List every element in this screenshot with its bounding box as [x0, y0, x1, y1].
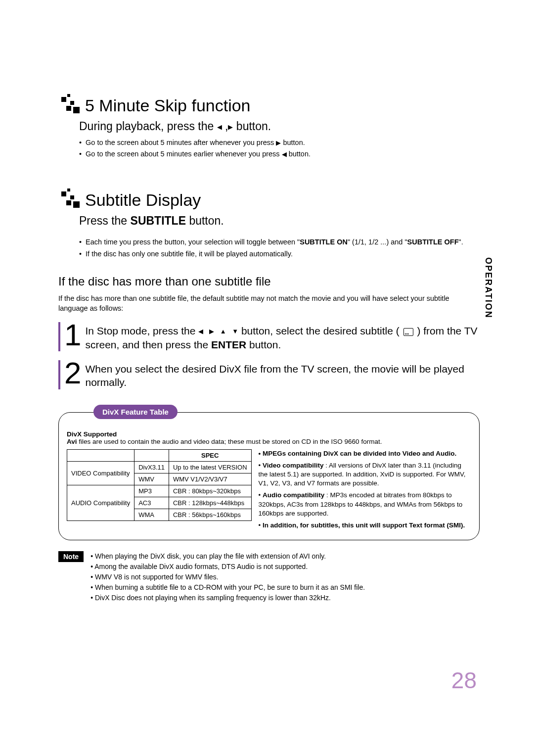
subtitle-bullet-2: If the disc has only one subtitle file, …	[79, 248, 480, 260]
note-item: When burning a subtitle file to a CD-ROM…	[90, 582, 365, 593]
section-icon	[58, 94, 81, 117]
subtitle-file-icon	[403, 328, 413, 336]
note-item: When playing the DivX disk, you can play…	[90, 551, 365, 562]
left-arrow-icon: ◀	[282, 149, 287, 160]
feature-tab-label: DivX Feature Table	[93, 405, 178, 419]
note-item: Among the available DivX audio formats, …	[90, 562, 365, 572]
right-arrow-icon: ▶	[276, 138, 281, 148]
skip-instruction: During playback, press the ◀ ,▶ button.	[79, 120, 480, 133]
left-arrow-icon: ◀	[217, 123, 222, 131]
section-icon	[58, 189, 81, 211]
spec-right-heading: MPEGs containing DivX can be divided int…	[259, 449, 471, 458]
subsection-heading: If the disc has more than one subtitle f…	[58, 275, 480, 288]
spec-right-item: Video compatibility : All versions of Di…	[259, 461, 471, 488]
page-number: 28	[451, 667, 477, 694]
subtitle-instruction: Press the SUBTITLE button.	[79, 214, 480, 228]
step-1: 1 In Stop mode, press the ◀ ▶ ▲ ▼ button…	[58, 322, 480, 351]
note-item: WMV V8 is not supported for WMV files.	[90, 572, 365, 582]
spec-right-item: Audio compatibility : MP3s encoded at bi…	[259, 491, 471, 518]
table-row: AUDIO CompatibilityMP3CBR : 80kbps~320kb…	[67, 485, 252, 497]
note-label: Note	[58, 551, 84, 562]
step-2: 2 When you select the desired DivX file …	[58, 360, 480, 389]
skip-bullet-2: Go to the screen about 5 minutes earlier…	[79, 148, 480, 160]
subsection-intro: If the disc has more than one subtitle f…	[58, 293, 480, 314]
spec-table: SPEC VIDEO CompatibilityDivX3.11Up to th…	[67, 449, 252, 521]
table-row: VIDEO CompatibilityDivX3.11Up to the lat…	[67, 461, 252, 473]
spec-right-item: In addition, for subtitles, this unit wi…	[259, 521, 471, 530]
divx-feature-table: DivX Feature Table DivX Supported Avi fi…	[58, 412, 480, 541]
subtitle-bullet-1: Each time you press the button, your sel…	[79, 236, 480, 248]
side-tab-operation: OPERATION	[483, 257, 493, 319]
step-number: 1	[64, 322, 81, 348]
skip-bullet-1: Go to the screen about 5 minutes after w…	[79, 137, 480, 148]
section-title-subtitle: Subtitle Display	[85, 190, 201, 210]
note-item: DivX Disc does not playing when its samp…	[90, 593, 365, 603]
section-title-skip: 5 Minute Skip function	[85, 96, 251, 115]
right-arrow-icon: ▶	[228, 123, 233, 131]
step-number: 2	[64, 360, 81, 386]
